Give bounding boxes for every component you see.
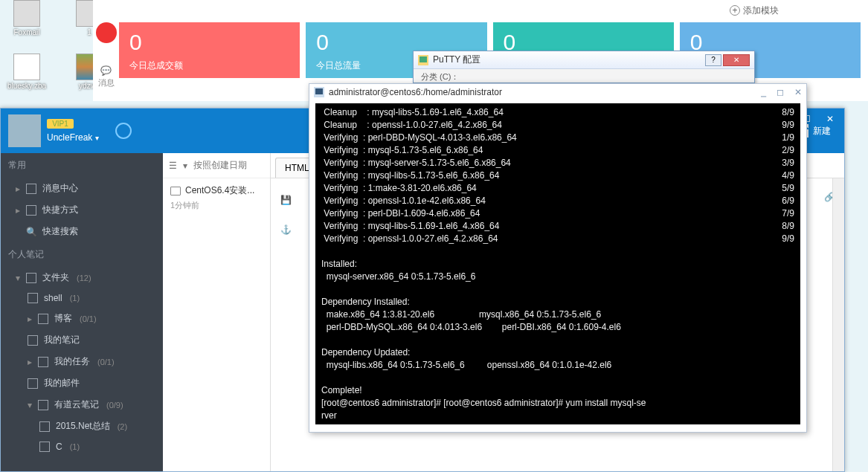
scrollbar[interactable]: [832, 178, 844, 471]
username-label[interactable]: UncleFreak▾: [47, 132, 99, 143]
list-item[interactable]: CentOS6.4安装... 1分钟前: [163, 178, 270, 217]
envelope-icon: [26, 184, 36, 194]
terminal-output[interactable]: Cleanup : mysql-libs-5.1.69-1.el6_4.x86_…: [315, 103, 800, 424]
sidebar: 常用 ▸消息中心 ▸快捷方式 🔍快速搜索 个人笔记 ▾文件夹(12) shell…: [1, 153, 163, 471]
sidebar-item-mymail[interactable]: 我的邮件: [1, 372, 163, 394]
plus-circle-icon: +: [730, 5, 740, 16]
side-message-label: 消息: [93, 77, 119, 88]
minimize-button[interactable]: ⎯: [761, 87, 766, 97]
red-circle-icon[interactable]: [96, 22, 117, 43]
anchor-icon[interactable]: ⚓: [277, 222, 294, 238]
avatar[interactable]: [8, 114, 41, 147]
sidebar-item-mytasks[interactable]: ▸我的任务(0/1): [1, 351, 163, 372]
desktop-icon-foxmail[interactable]: Foxmail: [6, 0, 48, 36]
sidebar-item-2015net[interactable]: 2015.Net总结(2): [1, 416, 163, 437]
folder-icon: [38, 357, 48, 367]
putty-icon: [418, 55, 428, 65]
user-box[interactable]: VIP1 UncleFreak▾: [47, 119, 99, 143]
notebook-icon: [170, 187, 181, 195]
document-icon: [13, 54, 40, 80]
chevron-down-icon: ▾: [95, 134, 99, 142]
app-exe-icon: [13, 0, 40, 27]
chevron-right-icon: ▸: [16, 184, 20, 194]
close-button[interactable]: ✕: [819, 111, 841, 126]
sidebar-item-c[interactable]: C(1): [1, 437, 163, 456]
help-button[interactable]: ?: [705, 54, 721, 66]
message-bubble-icon[interactable]: 💬: [93, 65, 119, 76]
dashboard-side: 💬 消息: [93, 22, 119, 100]
chevron-right-icon: ▸: [16, 205, 20, 216]
putty-icon: [314, 87, 324, 97]
terminal-window: administrator@centos6:/home/administrato…: [309, 83, 807, 433]
vip-badge: VIP1: [47, 119, 74, 129]
chevron-down-icon: ▾: [28, 400, 32, 410]
chevron-down-icon: ▾: [16, 273, 20, 283]
folder-icon: [28, 335, 38, 346]
sync-icon[interactable]: [115, 123, 132, 139]
add-module-button[interactable]: +添加模块: [730, 4, 779, 17]
chevron-down-icon: ▾: [183, 161, 187, 171]
sidebar-section-personal: 个人笔记: [1, 242, 163, 267]
terminal-titlebar[interactable]: administrator@centos6:/home/administrato…: [309, 84, 806, 100]
folder-icon: [38, 314, 48, 324]
folder-icon: [39, 421, 50, 432]
folder-icon: [39, 442, 50, 452]
desktop-icons: Foxmail 1 bluesky.zba ydzwx: [0, 0, 93, 108]
sidebar-item-shell[interactable]: shell(1): [1, 288, 163, 308]
folder-icon: [26, 273, 36, 283]
folder-icon: [28, 293, 38, 303]
putty-config-titlebar[interactable]: PuTTY 配置 ? ✕: [414, 51, 754, 69]
close-button[interactable]: ✕: [723, 54, 750, 66]
sidebar-item-mynotes[interactable]: 我的笔记: [1, 329, 163, 351]
chevron-right-icon: ▸: [28, 314, 32, 324]
sidebar-item-blog[interactable]: ▸博客(0/1): [1, 308, 163, 329]
sidebar-item-messages[interactable]: ▸消息中心: [1, 178, 163, 199]
folder-icon: [28, 378, 38, 389]
sidebar-item-shortcuts[interactable]: ▸快捷方式: [1, 199, 163, 221]
search-icon: 🔍: [26, 227, 36, 237]
putty-config-window: PuTTY 配置 ? ✕ 分类 (C)：: [413, 51, 755, 83]
shortcut-icon: [26, 205, 36, 216]
close-button[interactable]: ✕: [794, 87, 802, 97]
note-list-pane: ☰ ▾ 按照创建日期 CentOS6.4安装... 1分钟前: [163, 153, 271, 471]
note-list-sort[interactable]: ☰ ▾ 按照创建日期: [163, 153, 270, 178]
list-toggle-icon: ☰: [169, 161, 177, 171]
svg-rect-3: [315, 88, 323, 94]
window-title: administrator@centos6:/home/administrato…: [329, 87, 502, 97]
save-icon[interactable]: 💾: [277, 192, 294, 208]
svg-rect-1: [419, 56, 427, 62]
sidebar-item-quicksearch[interactable]: 🔍快速搜索: [1, 221, 163, 242]
list-item-time: 1分钟前: [170, 200, 263, 211]
desktop-icon-bluesky[interactable]: bluesky.zba: [6, 54, 48, 90]
chevron-right-icon: ▸: [28, 357, 32, 367]
card-caption: 今日总成交额: [129, 59, 289, 72]
window-title: PuTTY 配置: [433, 54, 480, 66]
sidebar-item-youdao[interactable]: ▾有道云笔记(0/9): [1, 394, 163, 416]
folder-icon: [38, 400, 48, 410]
editor-left-tools: 💾 ⚓: [271, 181, 300, 238]
card-number: 0: [129, 30, 289, 55]
maximize-button[interactable]: ◻: [777, 87, 784, 97]
sidebar-section-common: 常用: [1, 153, 163, 178]
category-label: 分类 (C)：: [414, 69, 754, 85]
card-transactions[interactable]: 0 今日总成交额: [119, 22, 300, 78]
sidebar-item-folders[interactable]: ▾文件夹(12): [1, 267, 163, 288]
